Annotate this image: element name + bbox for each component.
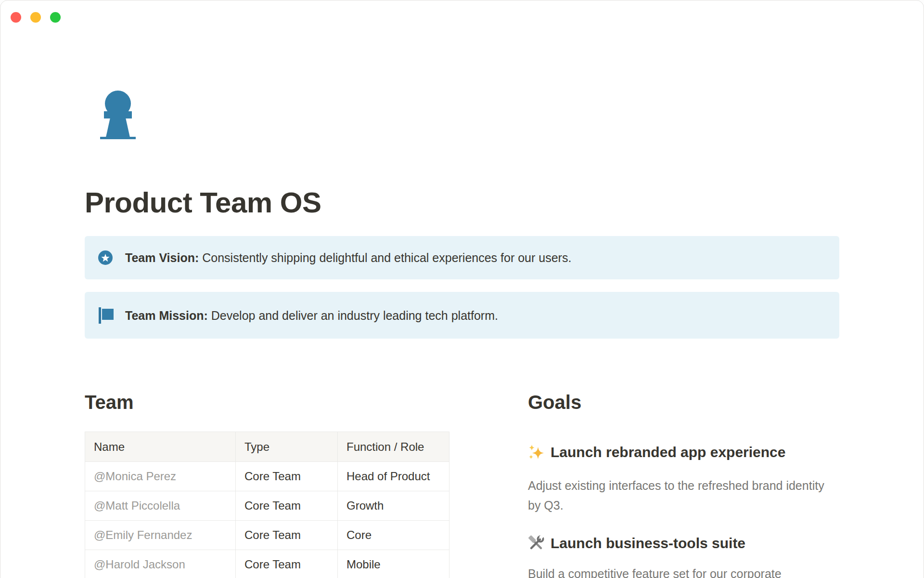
table-row: @Monica Perez Core Team Head of Product bbox=[85, 462, 449, 491]
team-vision-callout[interactable]: Team Vision: Consistently shipping delig… bbox=[85, 236, 839, 279]
goals-column: Goals Launch rebranded app experience Ad… bbox=[528, 391, 839, 578]
team-heading[interactable]: Team bbox=[85, 391, 449, 414]
team-mission-text: Team Mission: Develop and deliver an ind… bbox=[125, 307, 498, 324]
member-role[interactable]: Growth bbox=[338, 491, 449, 521]
goals-heading[interactable]: Goals bbox=[528, 391, 839, 414]
star-badge-icon bbox=[97, 249, 114, 267]
member-type[interactable]: Core Team bbox=[236, 550, 338, 578]
team-vision-text: Team Vision: Consistently shipping delig… bbox=[125, 249, 571, 266]
member-type[interactable]: Core Team bbox=[236, 462, 338, 491]
sparkles-icon bbox=[528, 444, 544, 460]
goal-description[interactable]: Build a competitive feature set for our … bbox=[528, 564, 839, 578]
member-role[interactable]: Mobile bbox=[338, 550, 449, 578]
team-vision-body: Consistently shipping delightful and eth… bbox=[199, 251, 571, 264]
member-mention[interactable]: @Matt Piccolella bbox=[85, 491, 236, 521]
member-mention[interactable]: @Harold Jackson bbox=[85, 550, 236, 578]
member-type[interactable]: Core Team bbox=[236, 491, 338, 521]
goal-description[interactable]: Adjust existing interfaces to the refres… bbox=[528, 476, 839, 515]
close-button[interactable] bbox=[11, 12, 21, 23]
member-mention[interactable]: @Monica Perez bbox=[85, 462, 236, 491]
page-title[interactable]: Product Team OS bbox=[85, 185, 839, 220]
team-table: Name Type Function / Role @Monica Perez … bbox=[85, 432, 449, 578]
table-header-row: Name Type Function / Role bbox=[85, 432, 449, 462]
member-type[interactable]: Core Team bbox=[236, 521, 338, 550]
zoom-button[interactable] bbox=[50, 12, 61, 23]
goal-title-text: Launch business-tools suite bbox=[551, 534, 745, 552]
table-row: @Emily Fernandez Core Team Core bbox=[85, 521, 449, 550]
team-mission-callout[interactable]: Team Mission: Develop and deliver an ind… bbox=[85, 292, 839, 339]
team-vision-label: Team Vision: bbox=[125, 251, 199, 264]
page-content: Product Team OS Team Vision: Consistentl… bbox=[85, 0, 839, 578]
table-row: @Matt Piccolella Core Team Growth bbox=[85, 491, 449, 521]
table-row: @Harold Jackson Core Team Mobile bbox=[85, 550, 449, 578]
goal-title-text: Launch rebranded app experience bbox=[551, 443, 785, 461]
app-window: Product Team OS Team Vision: Consistentl… bbox=[0, 0, 924, 578]
member-role[interactable]: Core bbox=[338, 521, 449, 550]
member-mention[interactable]: @Emily Fernandez bbox=[85, 521, 236, 550]
team-column: Team Name Type Function / Role @Monica P… bbox=[85, 391, 449, 578]
header-name[interactable]: Name bbox=[85, 432, 236, 462]
goal-title-business-tools[interactable]: Launch business-tools suite bbox=[528, 534, 839, 552]
flag-icon bbox=[97, 306, 114, 325]
team-mission-body: Develop and deliver an industry leading … bbox=[208, 309, 498, 322]
pawn-icon[interactable] bbox=[98, 89, 138, 142]
minimize-button[interactable] bbox=[30, 12, 41, 23]
team-mission-label: Team Mission: bbox=[125, 309, 208, 322]
two-column-layout: Team Name Type Function / Role @Monica P… bbox=[85, 391, 839, 578]
header-type[interactable]: Type bbox=[236, 432, 338, 462]
hammer-wrench-icon bbox=[528, 535, 544, 552]
member-role[interactable]: Head of Product bbox=[338, 462, 449, 491]
header-function-role[interactable]: Function / Role bbox=[338, 432, 449, 462]
goal-title-rebranded-app[interactable]: Launch rebranded app experience bbox=[528, 443, 839, 461]
window-controls bbox=[11, 12, 61, 23]
